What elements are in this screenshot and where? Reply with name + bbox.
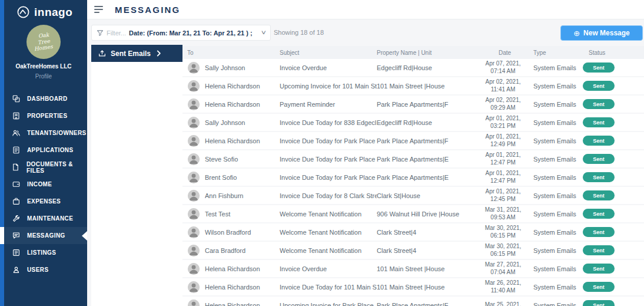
table-row[interactable]: Sally Johnson Invoice Overdue Edgecliff … [182,59,644,77]
folder-panel [91,62,182,306]
profile-link[interactable]: Profile [0,73,87,80]
table-row[interactable]: Cara Bradford Welcome Tenant Notificatio… [182,242,644,260]
sidebar-item-listings[interactable]: LISTINGS [0,244,87,261]
status-badge: Sent [583,227,615,237]
table-row[interactable]: Steve Sofio Invoice Due Today for Park P… [182,150,644,169]
row-to: Helena Richardson [205,284,280,291]
avatar [188,117,200,129]
row-type: System Emails [530,64,582,71]
row-date: Mar 30, 2021, 06:15 PM [480,243,530,258]
sidebar-item-dashboard[interactable]: DASHBOARD [0,90,87,107]
table-row[interactable]: Test Test Welcome Tenant Notification 90… [182,205,644,223]
row-date-line1: Mar 31, 2021, [480,206,526,214]
row-date-line1: Mar 26, 2021, [480,279,526,287]
row-type: System Emails [530,265,582,272]
avatar [188,245,200,256]
status-badge: Sent [583,282,615,292]
new-message-button[interactable]: ⊕ New Message [560,25,643,41]
status-badge: Sent [583,117,615,127]
row-date-line1: Apr 01, 2021, [480,115,526,123]
row-date-line2: 09:29 AM [480,104,526,112]
sidebar-item-properties[interactable]: PROPERTIES [0,107,87,124]
row-date: Apr 01, 2021, 12:45 PM [480,188,530,203]
tenants-icon [11,129,21,138]
row-property: 101 Main Street |House [377,265,480,272]
status-badge: Sent [583,300,615,306]
row-date-line2: 12:47 PM [480,177,526,185]
avatar [188,190,200,202]
row-subject: Invoice Overdue [280,265,377,272]
row-date-line1: Apr 02, 2021, [480,78,526,86]
properties-icon [11,111,21,121]
row-property: Park Place Apartments|F [377,137,480,144]
row-date-line2: 12:49 PM [480,141,526,149]
row-property: Park Place Apartments|E [377,156,480,163]
row-date: Mar 30, 2021, 06:15 PM [480,225,530,239]
row-date-line2: 06:15 PM [480,251,526,258]
row-subject: Welcome Tenant Notification [280,247,377,254]
avatar [188,172,200,183]
table-row[interactable]: Helena Richardson Upcoming Invoice for 1… [182,77,644,96]
row-subject: Invoice Overdue [280,64,377,71]
sidebar-item-users[interactable]: USERS [0,261,87,278]
tab-sent-emails[interactable]: Sent Emails [91,45,182,62]
row-type: System Emails [530,247,582,254]
row-type: System Emails [530,302,582,306]
table-row[interactable]: Wilson Bradford Welcome Tenant Notificat… [182,223,644,242]
row-to: Helena Richardson [205,265,280,272]
row-property: 101 Main Street |House [377,284,480,291]
column-header-to[interactable]: To [182,50,280,56]
sidebar-item-expenses[interactable]: EXPENSES [0,193,87,210]
sidebar-item-applications[interactable]: APPLICATIONS [0,142,87,159]
table-row[interactable]: Helena Richardson Payment Reminder Park … [182,96,644,114]
column-header-status[interactable]: Status [582,50,644,56]
sidebar-item-income[interactable]: INCOME [0,176,87,193]
row-property: Edgecliff Rd|House [377,119,480,126]
org-avatar[interactable]: Oak Tree Homes [26,25,61,59]
filter-dropdown[interactable]: Filter... Date: (From: Mar 21, 21 To: Ap… [91,25,271,41]
sidebar-item-messaging[interactable]: MESSAGING [0,227,87,244]
table-row[interactable]: Helena Richardson Invoice Due Today for … [182,132,644,150]
applications-icon [11,146,21,155]
row-date-line1: Mar 27, 2021, [480,261,526,269]
row-date-line1: Mar 25, 2021, [480,301,526,306]
row-type: System Emails [530,83,582,90]
row-type: System Emails [530,174,582,181]
row-date-line1: Apr 01, 2021, [480,152,526,159]
table-row[interactable]: Ann Fishburn Invoice Due Today for 8 Cla… [182,187,644,205]
sidebar-item-documents-files[interactable]: DOCUMENTS & FILES [0,159,87,176]
table-row[interactable]: Sally Johnson Invoice Due Today for 838 … [182,114,644,132]
page-title: MESSAGING [115,5,180,15]
status-badge: Sent [583,136,615,146]
table-row[interactable]: Brent Sofio Invoice Due Today for Park P… [182,169,644,187]
innago-app: innago Oak Tree Homes OakTreeHomes LLC P… [0,0,644,306]
status-badge: Sent [583,81,615,91]
status-badge: Sent [583,62,615,73]
table-row[interactable]: Helena Richardson Invoice Overdue 101 Ma… [182,260,644,278]
column-header-date[interactable]: Date [480,50,530,56]
row-to: Ann Fishburn [205,192,280,199]
row-subject: Payment Reminder [280,101,377,108]
row-property: Edgecliff Rd|House [377,64,480,71]
sidebar-item-tenants-owners[interactable]: TENANTS/OWNERS [0,124,87,142]
avatar [188,153,200,165]
table-row[interactable]: Helena Richardson Invoice Due Today for … [182,278,644,297]
row-subject: Upcoming Invoice for Park Place ... [280,302,377,306]
row-date-line2: 12:45 PM [480,196,526,203]
column-header-type[interactable]: Type [530,50,582,56]
row-date-line1: Apr 01, 2021, [480,188,526,196]
menu-icon[interactable] [94,6,103,13]
avatar [188,300,200,306]
org-name: OakTreeHomes LLC [0,63,87,70]
row-property: Park Place Apartments|E [377,174,480,181]
column-header-subject[interactable]: Subject [280,50,377,56]
brand-logo[interactable]: innago [0,0,87,19]
column-header-property[interactable]: Property Name | Unit [377,50,480,56]
sidebar-item-maintenance[interactable]: MAINTENANCE [0,210,87,227]
plus-circle-icon: ⊕ [573,29,580,37]
table-row[interactable]: Helena Richardson Upcoming Invoice for P… [182,297,644,306]
row-date: Apr 01, 2021, 12:47 PM [480,170,530,185]
row-property: 101 Main Street |House [377,83,480,90]
tab-label: Sent Emails [111,50,151,58]
row-to: Helena Richardson [205,83,280,90]
